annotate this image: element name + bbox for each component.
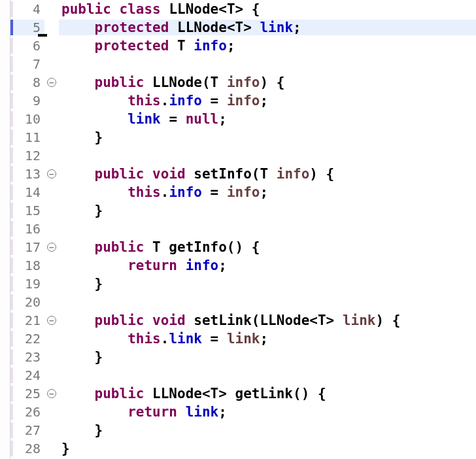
code-line[interactable]: 15 } — [10, 201, 476, 220]
line-number[interactable]: 20 — [10, 294, 44, 310]
code-content[interactable]: return info; — [59, 258, 476, 273]
line-number[interactable]: 26 — [10, 404, 44, 420]
line-number[interactable]: 23 — [10, 349, 44, 365]
code-line[interactable]: 24 — [10, 366, 476, 384]
line-number[interactable]: 11 — [10, 129, 44, 145]
code-content[interactable]: } — [59, 276, 476, 292]
line-number[interactable]: 5 — [10, 20, 44, 35]
token-plain — [144, 313, 152, 328]
code-line[interactable]: 6 protected T info; — [10, 37, 476, 55]
line-number[interactable]: 16 — [10, 221, 44, 237]
code-line[interactable]: 10 link = null; — [10, 110, 476, 128]
fold-column[interactable]: − — [44, 243, 59, 252]
code-content[interactable]: protected T info; — [59, 38, 476, 54]
token-plain: LLNode<T> getLink() { — [144, 386, 326, 401]
line-number[interactable]: 12 — [10, 148, 44, 163]
code-line[interactable]: 13− public void setInfo(T info) { — [10, 165, 476, 183]
code-content[interactable]: } — [59, 422, 476, 438]
line-number[interactable]: 13 — [10, 166, 44, 182]
code-line[interactable]: 7 — [10, 55, 476, 73]
code-line[interactable]: 18 return info; — [10, 256, 476, 275]
collapse-icon[interactable]: − — [47, 169, 56, 178]
collapse-icon[interactable]: − — [47, 389, 56, 398]
line-number[interactable]: 7 — [10, 56, 44, 72]
line-number[interactable]: 9 — [10, 93, 44, 109]
code-content[interactable]: return link; — [59, 404, 476, 420]
code-line[interactable]: 21− public void setLink(LLNode<T> link) … — [10, 311, 476, 330]
code-line[interactable]: 5 protected LLNode<T> link; — [10, 18, 476, 37]
line-number[interactable]: 18 — [10, 258, 44, 273]
line-number[interactable]: 19 — [10, 276, 44, 292]
fold-column[interactable]: − — [44, 169, 59, 178]
code-content[interactable]: } — [59, 441, 476, 456]
token-plain: = — [202, 184, 227, 200]
fold-column[interactable]: − — [44, 316, 59, 325]
code-content[interactable]: } — [59, 129, 476, 145]
code-line[interactable]: 16 — [10, 220, 476, 238]
code-content[interactable]: link = null; — [59, 111, 476, 127]
code-line[interactable]: 23 } — [10, 348, 476, 366]
collapse-icon[interactable]: − — [47, 316, 56, 325]
token-kw: public — [95, 166, 144, 182]
collapse-icon[interactable]: − — [47, 243, 56, 252]
code-line[interactable]: 4public class LLNode<T> { — [10, 0, 476, 18]
token-plain — [61, 166, 95, 182]
token-plain: ; — [260, 184, 268, 200]
line-number[interactable]: 14 — [10, 184, 44, 200]
breakpoint-margin[interactable] — [0, 0, 10, 459]
code-line[interactable]: 27 } — [10, 421, 476, 439]
code-content[interactable]: public LLNode<T> getLink() { — [59, 386, 476, 401]
code-line[interactable]: 20 — [10, 293, 476, 311]
code-line[interactable]: 28} — [10, 439, 476, 458]
line-number[interactable]: 25 — [10, 386, 44, 401]
line-number[interactable]: 21 — [10, 313, 44, 328]
code-line[interactable]: 8− public LLNode(T info) { — [10, 73, 476, 92]
line-number[interactable]: 27 — [10, 422, 44, 438]
token-plain — [177, 404, 186, 420]
code-content[interactable]: public T getInfo() { — [59, 239, 476, 255]
code-line[interactable]: 25− public LLNode<T> getLink() { — [10, 384, 476, 403]
code-line[interactable]: 14 this.info = info; — [10, 183, 476, 201]
collapse-icon[interactable]: − — [47, 78, 56, 87]
code-line[interactable]: 9 this.info = info; — [10, 92, 476, 110]
fold-column[interactable]: − — [44, 78, 59, 87]
line-number[interactable]: 4 — [10, 1, 44, 17]
token-plain — [61, 404, 128, 420]
code-content[interactable]: public LLNode(T info) { — [59, 75, 476, 90]
token-plain: } — [61, 276, 103, 292]
code-line[interactable]: 26 return link; — [10, 403, 476, 421]
code-line[interactable]: 17− public T getInfo() { — [10, 238, 476, 256]
code-content[interactable]: public class LLNode<T> { — [59, 1, 476, 17]
code-content[interactable]: this.link = link; — [59, 331, 476, 347]
code-content[interactable]: protected LLNode<T> link; — [59, 20, 476, 35]
token-field: link — [260, 20, 293, 35]
token-param: link — [343, 313, 376, 328]
line-number[interactable]: 6 — [10, 38, 44, 54]
line-number[interactable]: 8 — [10, 75, 44, 90]
line-number[interactable]: 24 — [10, 367, 44, 383]
token-kw: public — [95, 386, 144, 401]
code-content[interactable]: } — [59, 349, 476, 365]
code-content[interactable]: public void setLink(LLNode<T> link) { — [59, 313, 476, 328]
code-line[interactable]: 11 } — [10, 128, 476, 146]
code-content[interactable]: public void setInfo(T info) { — [59, 166, 476, 182]
token-kw: public — [61, 1, 111, 17]
line-number[interactable]: 17 — [10, 239, 44, 255]
line-number[interactable]: 28 — [10, 441, 44, 456]
line-number[interactable]: 15 — [10, 203, 44, 218]
token-plain: = — [202, 93, 227, 109]
code-lines: 4public class LLNode<T> {5 protected LLN… — [10, 0, 476, 459]
code-line[interactable]: 19 } — [10, 275, 476, 293]
code-content[interactable]: } — [59, 203, 476, 218]
token-field: info — [194, 38, 227, 54]
code-line[interactable]: 22 this.link = link; — [10, 330, 476, 348]
line-number[interactable]: 22 — [10, 331, 44, 347]
line-number[interactable]: 10 — [10, 111, 44, 127]
code-line[interactable]: 12 — [10, 146, 476, 165]
token-plain — [61, 258, 128, 273]
code-content[interactable]: this.info = info; — [59, 93, 476, 109]
token-plain: setLink(LLNode<T> — [186, 313, 343, 328]
code-content[interactable]: this.info = info; — [59, 184, 476, 200]
fold-column[interactable]: − — [44, 389, 59, 398]
token-plain: T — [169, 38, 194, 54]
